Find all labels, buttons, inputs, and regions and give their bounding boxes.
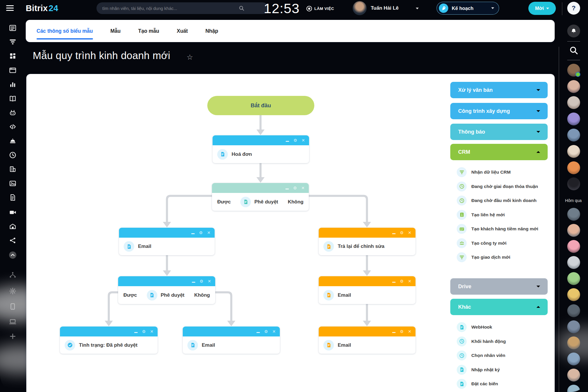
block-approval-1[interactable]: ⚙ ✕ Được Phê duyệt Không bbox=[212, 183, 309, 211]
panel-item-new-company[interactable]: Tạo công ty mới bbox=[450, 236, 548, 251]
minimize-icon[interactable] bbox=[392, 282, 396, 283]
section-crm[interactable]: CRM bbox=[450, 144, 548, 160]
time-icon[interactable] bbox=[9, 151, 17, 159]
company-icon[interactable] bbox=[9, 165, 17, 173]
contact-avatar[interactable] bbox=[567, 353, 580, 365]
contact-avatar[interactable] bbox=[567, 369, 580, 381]
panel-item-log-entry[interactable]: Nhập nhật ký bbox=[450, 363, 548, 377]
knowledge-icon[interactable] bbox=[9, 95, 17, 103]
close-icon[interactable]: ✕ bbox=[301, 186, 305, 190]
block-status-approved[interactable]: ⚙ ✕ Tình trạng: Đã phê duyệt bbox=[60, 327, 158, 354]
tab-template[interactable]: Mẫu bbox=[111, 26, 121, 36]
contact-avatar[interactable] bbox=[567, 320, 580, 333]
minimize-icon[interactable] bbox=[286, 141, 289, 142]
contact-avatar[interactable] bbox=[567, 129, 580, 141]
dashboard-icon[interactable] bbox=[9, 52, 17, 60]
block-email-4[interactable]: ⚙ ✕ Email bbox=[319, 327, 415, 354]
contact-avatar[interactable] bbox=[567, 64, 580, 77]
section-document-processing[interactable]: Xử lý văn bản bbox=[450, 82, 548, 98]
user-avatar[interactable] bbox=[353, 1, 367, 15]
contact-avatar[interactable] bbox=[567, 177, 580, 190]
settings-gear-icon[interactable]: ⚙ bbox=[142, 329, 146, 334]
sites-icon[interactable] bbox=[9, 66, 17, 74]
section-notifications[interactable]: Thông báo bbox=[450, 124, 548, 140]
contact-avatar[interactable] bbox=[567, 208, 580, 221]
store-icon[interactable] bbox=[9, 222, 17, 230]
invite-button[interactable]: Mời bbox=[528, 2, 556, 15]
panel-item-crm-data[interactable]: Nhận dữ liệu CRM bbox=[450, 165, 548, 179]
gallery-icon[interactable] bbox=[9, 179, 17, 187]
tab-create-template[interactable]: Tạo mẫu bbox=[138, 26, 159, 36]
contact-avatar[interactable] bbox=[567, 145, 580, 158]
user-menu-caret-icon[interactable] bbox=[416, 8, 419, 9]
help-button[interactable]: ? bbox=[567, 2, 580, 15]
network-icon[interactable] bbox=[9, 236, 17, 244]
settings-gear-icon[interactable]: ⚙ bbox=[400, 279, 404, 283]
close-icon[interactable]: ✕ bbox=[207, 231, 211, 235]
developer-icon[interactable] bbox=[9, 123, 17, 131]
minimize-icon[interactable] bbox=[285, 189, 289, 189]
close-icon[interactable]: ✕ bbox=[272, 329, 276, 334]
contact-avatar[interactable] bbox=[567, 224, 580, 237]
contact-avatar[interactable] bbox=[567, 288, 580, 301]
contact-avatar[interactable] bbox=[567, 96, 580, 109]
docs-icon[interactable] bbox=[9, 194, 17, 201]
close-icon[interactable]: ✕ bbox=[301, 138, 305, 142]
panel-item-wait-lead[interactable]: Đang chờ đầu mối kinh doanh bbox=[450, 194, 548, 208]
contact-avatar[interactable] bbox=[567, 336, 580, 349]
settings-gear-icon[interactable]: ⚙ bbox=[264, 329, 268, 334]
ai-robot-icon[interactable] bbox=[9, 109, 17, 117]
close-icon[interactable]: ✕ bbox=[408, 329, 411, 334]
settings-icon[interactable] bbox=[9, 287, 17, 295]
settings-gear-icon[interactable]: ⚙ bbox=[199, 231, 203, 235]
work-status-toggle[interactable]: LÀM VIỆC bbox=[306, 6, 334, 11]
app-logo[interactable]: Bitrix24 bbox=[26, 4, 58, 13]
contact-avatar[interactable] bbox=[567, 240, 580, 253]
panel-item-new-deal[interactable]: Tạo giao dịch mới bbox=[450, 250, 548, 265]
close-icon[interactable]: ✕ bbox=[408, 279, 411, 283]
branch-no-label[interactable]: Không bbox=[194, 292, 210, 298]
favorite-star-icon[interactable]: ☆ bbox=[187, 53, 193, 61]
close-icon[interactable]: ✕ bbox=[408, 231, 411, 235]
branch-yes-label[interactable]: Được bbox=[123, 292, 137, 298]
feed-icon[interactable] bbox=[9, 24, 17, 32]
contact-avatar[interactable] bbox=[567, 80, 580, 93]
contact-avatar[interactable] bbox=[567, 272, 580, 285]
minimize-icon[interactable] bbox=[256, 332, 260, 333]
contact-avatar[interactable] bbox=[567, 161, 580, 174]
contact-avatar[interactable] bbox=[567, 385, 580, 392]
block-invoice[interactable]: ⚙ ✕ Hoá đơn bbox=[213, 135, 309, 163]
block-email-2[interactable]: ⚙ ✕ Email bbox=[319, 276, 415, 304]
plan-button[interactable]: Kế hoạch bbox=[437, 2, 499, 15]
mobile-icon[interactable] bbox=[9, 303, 17, 310]
notifications-bell-icon[interactable] bbox=[567, 25, 580, 37]
section-drive[interactable]: Drive bbox=[450, 278, 548, 295]
panel-item-set-variables[interactable]: Đặt các biến bbox=[450, 377, 548, 391]
start-node[interactable]: Bắt đầu bbox=[207, 96, 314, 115]
panel-item-wait-deal-stage[interactable]: Đang chờ giai đoạn thỏa thuận bbox=[450, 179, 548, 194]
collapse-up-icon[interactable] bbox=[9, 251, 17, 259]
close-icon[interactable]: ✕ bbox=[208, 279, 211, 283]
user-name[interactable]: Tuấn Hải Lê bbox=[371, 5, 399, 11]
minimize-icon[interactable] bbox=[392, 233, 396, 234]
minimize-icon[interactable] bbox=[134, 332, 138, 333]
video-icon[interactable] bbox=[9, 208, 17, 216]
tab-import[interactable]: Nhập bbox=[205, 26, 218, 36]
panel-item-webhook[interactable]: WebHook bbox=[450, 320, 548, 334]
close-icon[interactable]: ✕ bbox=[150, 329, 154, 334]
panel-item-new-contact[interactable]: Tạo liên hệ mới bbox=[450, 208, 548, 222]
settings-gear-icon[interactable]: ⚙ bbox=[293, 186, 297, 190]
desktop-icon[interactable] bbox=[9, 318, 17, 326]
block-email-1[interactable]: ⚙ ✕ Email bbox=[119, 228, 215, 255]
block-return-for-edit[interactable]: ⚙ ✕ Trả lại để chỉnh sửa bbox=[319, 228, 415, 255]
hamburger-menu-icon[interactable] bbox=[6, 5, 14, 12]
settings-gear-icon[interactable]: ⚙ bbox=[400, 329, 404, 334]
minimize-icon[interactable] bbox=[192, 282, 195, 283]
section-other[interactable]: Khác bbox=[450, 299, 548, 315]
reports-icon[interactable] bbox=[9, 80, 17, 88]
branch-yes-label[interactable]: Được bbox=[217, 199, 231, 205]
section-construction[interactable]: Công trình xây dựng bbox=[450, 103, 548, 119]
rail-search-icon[interactable] bbox=[569, 46, 578, 55]
tab-export[interactable]: Xuất bbox=[177, 26, 188, 36]
minimize-icon[interactable] bbox=[392, 332, 396, 333]
